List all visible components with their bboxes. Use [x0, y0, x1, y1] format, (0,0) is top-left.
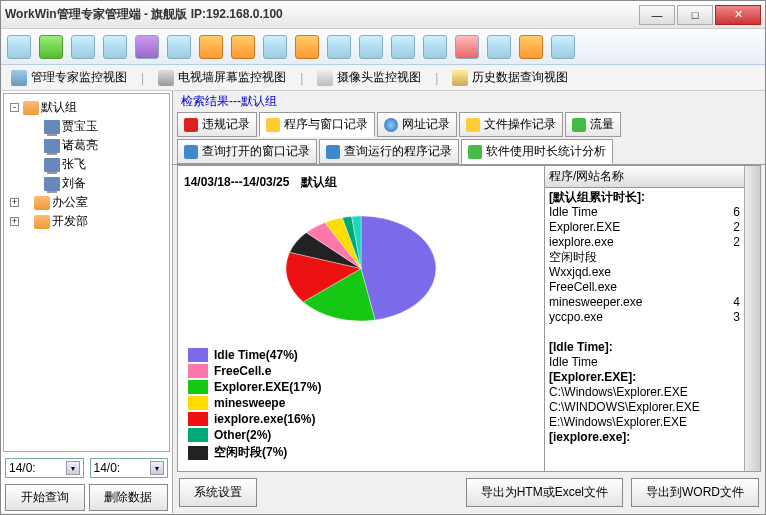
tool-icon-5[interactable]	[135, 35, 159, 59]
tool-icon-15[interactable]	[455, 35, 479, 59]
search-icon	[184, 145, 198, 159]
folder-icon	[466, 118, 480, 132]
list-item[interactable]: Wxxjqd.exe	[549, 265, 740, 280]
tool-icon-7[interactable]	[199, 35, 223, 59]
pc-icon	[44, 177, 60, 191]
list-header: 程序/网站名称	[545, 166, 744, 188]
chart-icon	[468, 145, 482, 159]
group-tree[interactable]: -默认组 贾宝玉 诸葛亮 张飞 刘备 +办公室 +开发部	[3, 93, 170, 452]
stop-icon	[184, 118, 198, 132]
tab-files[interactable]: 文件操作记录	[459, 112, 563, 137]
list-item[interactable]: Idle Time	[549, 355, 740, 370]
search-icon	[326, 145, 340, 159]
record-tabs: 违规记录 程序与窗口记录 网址记录 文件操作记录 流量	[173, 112, 765, 137]
history-icon	[452, 70, 468, 86]
pc-icon	[44, 139, 60, 153]
tool-icon-3[interactable]	[71, 35, 95, 59]
tool-icon-4[interactable]	[103, 35, 127, 59]
tool-icon-16[interactable]	[487, 35, 511, 59]
view-tab-bar: 管理专家监控视图 | 电视墙屏幕监控视图 | 摄像头监控视图 | 历史数据查询视…	[1, 65, 765, 91]
expand-icon[interactable]: +	[10, 217, 19, 226]
tool-icon-9[interactable]	[263, 35, 287, 59]
tool-icon-11[interactable]	[327, 35, 351, 59]
tv-icon	[158, 70, 174, 86]
subtab-programs[interactable]: 查询运行的程序记录	[319, 139, 459, 164]
close-button[interactable]: ✕	[715, 5, 761, 25]
tab-violations[interactable]: 违规记录	[177, 112, 257, 137]
legend-item: FreeCell.e	[188, 364, 358, 378]
program-list[interactable]: [默认组累计时长]: Idle Time6 Explorer.EXE2 iexp…	[545, 188, 744, 471]
legend-item: Idle Time(47%)	[188, 348, 358, 362]
tool-icon-14[interactable]	[423, 35, 447, 59]
tab-urls[interactable]: 网址记录	[377, 112, 457, 137]
list-group: [Idle Time]:	[549, 340, 740, 355]
start-query-button[interactable]: 开始查询	[5, 484, 85, 511]
chart-area: 14/03/18---14/03/25 默认组 Idle Time(47%) F…	[178, 166, 544, 471]
list-item[interactable]: E:\Windows\Explorer.EXE	[549, 415, 740, 430]
monitor-icon	[11, 70, 27, 86]
view-tab-monitor[interactable]: 管理专家监控视图	[7, 67, 131, 88]
title-bar: WorkWin管理专家管理端 - 旗舰版 IP:192.168.0.100 — …	[1, 1, 765, 29]
tree-node-office[interactable]: +办公室	[8, 193, 165, 212]
minimize-button[interactable]: —	[639, 5, 675, 25]
maximize-button[interactable]: □	[677, 5, 713, 25]
chevron-down-icon[interactable]: ▾	[150, 461, 164, 475]
export-word-button[interactable]: 导出到WORD文件	[631, 478, 759, 507]
subtab-usage-stats[interactable]: 软件使用时长统计分析	[461, 139, 613, 164]
pc-icon	[44, 158, 60, 172]
chevron-down-icon[interactable]: ▾	[66, 461, 80, 475]
legend-item: Explorer.EXE(17%)	[188, 380, 358, 394]
group-icon	[34, 215, 50, 229]
date-from[interactable]: 14/0:▾	[5, 458, 84, 478]
tree-node-user[interactable]: 刘备	[8, 174, 165, 193]
list-item[interactable]: C:\WINDOWS\Explorer.EXE	[549, 400, 740, 415]
chart-legend: Idle Time(47%) FreeCell.e Explorer.EXE(1…	[184, 344, 538, 465]
delete-data-button[interactable]: 删除数据	[89, 484, 169, 511]
tree-node-dev[interactable]: +开发部	[8, 212, 165, 231]
tool-icon-6[interactable]	[167, 35, 191, 59]
group-icon	[23, 101, 39, 115]
tab-programs[interactable]: 程序与窗口记录	[259, 112, 375, 137]
tree-node-user[interactable]: 张飞	[8, 155, 165, 174]
view-tab-history[interactable]: 历史数据查询视图	[448, 67, 572, 88]
vertical-scrollbar[interactable]	[744, 166, 760, 471]
tool-icon-1[interactable]	[7, 35, 31, 59]
system-settings-button[interactable]: 系统设置	[179, 478, 257, 507]
view-tab-tvwall[interactable]: 电视墙屏幕监控视图	[154, 67, 290, 88]
tree-node-user[interactable]: 诸葛亮	[8, 136, 165, 155]
left-panel: -默认组 贾宝玉 诸葛亮 张飞 刘备 +办公室 +开发部 14/0:▾ 14/0…	[1, 91, 173, 513]
usage-pie-chart	[256, 201, 466, 336]
list-item[interactable]: C:\Windows\Explorer.EXE	[549, 385, 740, 400]
view-tab-camera[interactable]: 摄像头监控视图	[313, 67, 425, 88]
list-item[interactable]: Idle Time6	[549, 205, 740, 220]
collapse-icon[interactable]: -	[10, 103, 19, 112]
subtab-windows[interactable]: 查询打开的窗口记录	[177, 139, 317, 164]
tool-icon-18[interactable]	[551, 35, 575, 59]
tool-icon-10[interactable]	[295, 35, 319, 59]
expand-icon[interactable]: +	[10, 198, 19, 207]
list-item[interactable]: iexplore.exe2	[549, 235, 740, 250]
window-icon	[266, 118, 280, 132]
legend-item: 空闲时段(7%)	[188, 444, 358, 461]
tree-node-default[interactable]: -默认组	[8, 98, 165, 117]
list-item[interactable]: yccpo.exe3	[549, 310, 740, 325]
list-item[interactable]: FreeCell.exe	[549, 280, 740, 295]
list-item[interactable]: minesweeper.exe4	[549, 295, 740, 310]
export-htm-excel-button[interactable]: 导出为HTM或Excel文件	[466, 478, 623, 507]
tab-traffic[interactable]: 流量	[565, 112, 621, 137]
tool-icon-8[interactable]	[231, 35, 255, 59]
list-group: [默认组累计时长]:	[549, 190, 740, 205]
legend-item: Other(2%)	[188, 428, 358, 442]
camera-icon	[317, 70, 333, 86]
list-group: [Explorer.EXE]:	[549, 370, 740, 385]
tool-icon-17[interactable]	[519, 35, 543, 59]
date-to[interactable]: 14/0:▾	[90, 458, 169, 478]
tool-icon-2[interactable]	[39, 35, 63, 59]
tool-icon-13[interactable]	[391, 35, 415, 59]
right-panel: 检索结果---默认组 违规记录 程序与窗口记录 网址记录 文件操作记录 流量 查…	[173, 91, 765, 513]
list-item[interactable]: 空闲时段	[549, 250, 740, 265]
list-item[interactable]: Explorer.EXE2	[549, 220, 740, 235]
program-list-panel: 程序/网站名称 [默认组累计时长]: Idle Time6 Explorer.E…	[544, 166, 744, 471]
tool-icon-12[interactable]	[359, 35, 383, 59]
tree-node-user[interactable]: 贾宝玉	[8, 117, 165, 136]
